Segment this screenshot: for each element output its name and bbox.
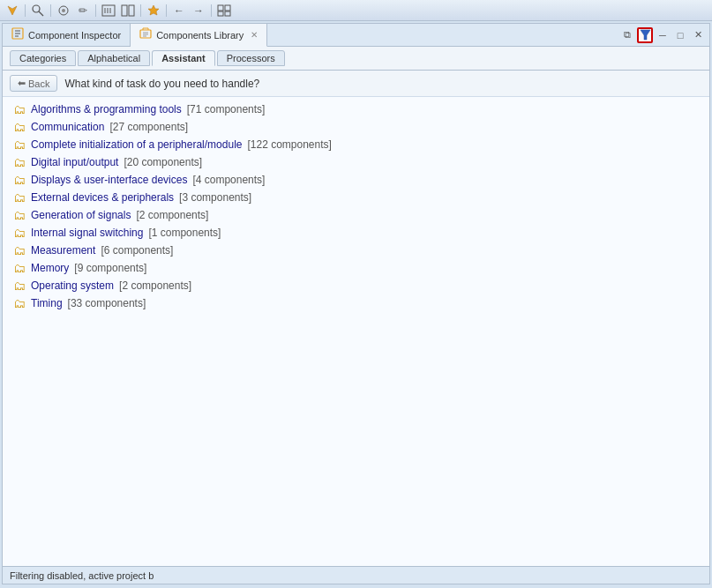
sub-tab-assistant[interactable]: Assistant xyxy=(152,50,215,66)
toolbar-btn-9[interactable]: → xyxy=(190,3,207,19)
sub-tab-categories[interactable]: Categories xyxy=(10,50,76,66)
svg-rect-20 xyxy=(140,30,151,38)
toolbar-sep-2 xyxy=(50,4,51,17)
components-library-icon xyxy=(139,27,152,42)
list-item[interactable]: 🗂 Internal signal switching [1 component… xyxy=(3,224,709,242)
folder-icon: 🗂 xyxy=(13,120,26,134)
category-list: 🗂 Algorithms & programming tools [71 com… xyxy=(3,97,709,566)
main-toolbar: ✏ ← → xyxy=(0,0,712,21)
question-bar: ⬅ Back What kind of task do you need to … xyxy=(3,71,709,97)
svg-rect-12 xyxy=(218,5,223,11)
svg-marker-0 xyxy=(8,6,17,15)
close-window-btn[interactable]: ✕ xyxy=(690,27,706,43)
folder-icon: 🗂 xyxy=(13,102,26,116)
back-arrow-icon: ⬅ xyxy=(18,78,26,89)
status-text: Filtering disabled, active project b xyxy=(10,570,154,581)
toolbar-btn-4[interactable]: ✏ xyxy=(74,3,92,19)
back-button[interactable]: ⬅ Back xyxy=(10,75,57,92)
folder-icon: 🗂 xyxy=(13,261,26,275)
folder-icon: 🗂 xyxy=(13,279,26,293)
list-item[interactable]: 🗂 Communication [27 components] xyxy=(3,118,709,136)
list-item[interactable]: 🗂 Measurement [6 components] xyxy=(3,242,709,259)
svg-point-1 xyxy=(33,5,40,12)
toolbar-sep-6 xyxy=(211,4,212,17)
svg-rect-9 xyxy=(122,5,127,16)
sub-tab-bar: Categories Alphabetical Assistant Proces… xyxy=(3,47,709,71)
svg-point-4 xyxy=(62,9,65,12)
toolbar-btn-5[interactable] xyxy=(100,3,117,19)
tab-actions: ⧉ ─ □ ✕ xyxy=(616,24,709,46)
svg-rect-14 xyxy=(218,11,223,16)
tab-components-library[interactable]: Components Library ✕ xyxy=(131,24,267,47)
tab-component-inspector[interactable]: Component Inspector xyxy=(3,24,131,46)
svg-rect-5 xyxy=(102,5,115,16)
folder-icon: 🗂 xyxy=(13,190,26,205)
folder-icon: 🗂 xyxy=(13,243,26,257)
svg-line-2 xyxy=(39,11,43,16)
question-text: What kind of task do you need to handle? xyxy=(64,78,259,90)
tab-component-inspector-label: Component Inspector xyxy=(28,30,121,41)
list-item[interactable]: 🗂 Algorithms & programming tools [71 com… xyxy=(3,100,709,118)
toolbar-sep-1 xyxy=(25,4,26,17)
toolbar-btn-1[interactable] xyxy=(4,3,21,19)
list-item[interactable]: 🗂 Timing [33 components] xyxy=(3,294,709,312)
folder-icon: 🗂 xyxy=(13,138,26,152)
toolbar-btn-6[interactable] xyxy=(119,3,137,19)
folder-icon: 🗂 xyxy=(13,296,26,310)
svg-marker-11 xyxy=(148,5,159,15)
maximize-window-btn[interactable]: □ xyxy=(672,27,688,43)
folder-icon: 🗂 xyxy=(13,173,26,187)
svg-rect-15 xyxy=(225,11,230,16)
component-inspector-icon xyxy=(11,27,24,42)
list-item[interactable]: 🗂 Generation of signals [2 components] xyxy=(3,206,709,224)
toolbar-btn-7[interactable] xyxy=(145,3,162,19)
toolbar-btn-10[interactable] xyxy=(215,3,233,19)
toolbar-btn-3[interactable] xyxy=(55,3,72,19)
sub-tab-alphabetical[interactable]: Alphabetical xyxy=(78,50,150,66)
status-bar: Filtering disabled, active project b xyxy=(3,566,709,584)
tab-bar: Component Inspector Components Library ✕… xyxy=(3,24,709,47)
svg-rect-13 xyxy=(225,5,230,11)
toolbar-btn-8[interactable]: ← xyxy=(170,3,188,19)
list-item[interactable]: 🗂 Digital input/output [20 components] xyxy=(3,153,709,171)
svg-marker-24 xyxy=(641,30,650,40)
list-item[interactable]: 🗂 Displays & user-interface devices [4 c… xyxy=(3,171,709,189)
toolbar-sep-5 xyxy=(166,4,167,17)
svg-rect-10 xyxy=(129,5,134,16)
folder-icon: 🗂 xyxy=(13,226,26,240)
list-item[interactable]: 🗂 External devices & peripherals [3 comp… xyxy=(3,189,709,206)
folder-icon: 🗂 xyxy=(13,155,26,169)
tab-components-library-label: Components Library xyxy=(156,30,244,41)
folder-icon: 🗂 xyxy=(13,208,26,222)
toolbar-sep-4 xyxy=(140,4,141,17)
toolbar-btn-2[interactable] xyxy=(29,3,47,19)
restore-window-btn[interactable]: ⧉ xyxy=(619,27,635,43)
sub-tab-processors[interactable]: Processors xyxy=(217,50,285,66)
filter-button[interactable] xyxy=(637,27,653,43)
tab-close-icon[interactable]: ✕ xyxy=(251,30,258,40)
toolbar-sep-3 xyxy=(95,4,96,17)
list-item[interactable]: 🗂 Complete initialization of a periphera… xyxy=(3,136,709,153)
list-item[interactable]: 🗂 Operating system [2 components] xyxy=(3,277,709,294)
minimize-window-btn[interactable]: ─ xyxy=(655,27,671,43)
list-item[interactable]: 🗂 Memory [9 components] xyxy=(3,259,709,277)
main-panel: Component Inspector Components Library ✕… xyxy=(2,23,710,584)
